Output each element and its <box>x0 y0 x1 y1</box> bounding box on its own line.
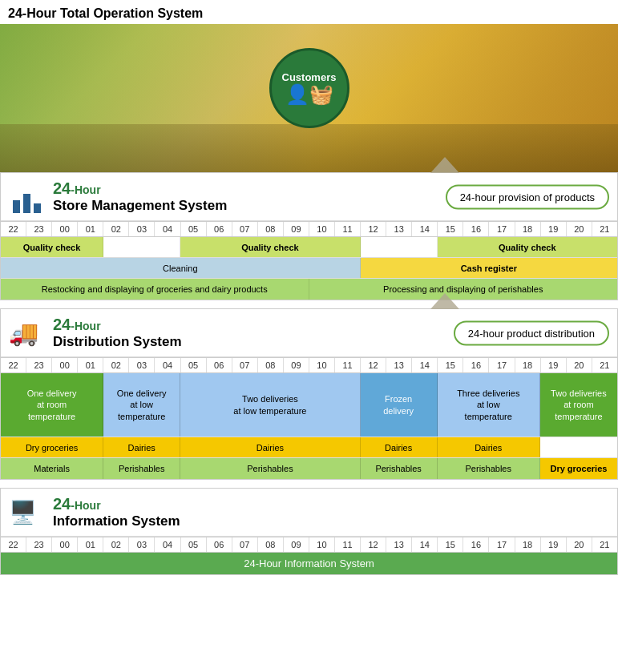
time-02: 02 <box>103 222 129 236</box>
svg-marker-0 <box>430 157 459 173</box>
dist-section-header: 🚚 24-Hour Distribution System 24-hour pr… <box>1 309 617 357</box>
monitor-icon: 🖥️ <box>9 499 45 525</box>
dist-badge-label: 24-hour product distribution <box>468 327 595 339</box>
perishables-4: Perishables <box>438 458 540 479</box>
customers-icon: 👤🧺 <box>285 83 333 106</box>
info-title-wrap: 24-Hour Information System <box>53 495 609 529</box>
time-09: 09 <box>284 222 309 236</box>
dist-badge: 24-hour product distribution <box>454 320 609 345</box>
time-17: 17 <box>489 222 515 236</box>
materials-perishables-row: Materials Perishables Perishables Perish… <box>1 458 617 479</box>
delivery-5: Three deliveries at low temperature <box>438 373 540 437</box>
time-01: 01 <box>78 222 103 236</box>
time-13: 13 <box>386 222 412 236</box>
provision-badge-label: 24-hour provision of products <box>460 191 595 203</box>
time-22: 22 <box>1 222 26 236</box>
delivery-3: Two deliveries at low temperature <box>180 373 360 437</box>
info-section: 🖥️ 24-Hour Information System 22 23 00 0… <box>0 488 618 575</box>
perishables-2: Perishables <box>180 458 360 479</box>
truck-icon: 🚚 <box>9 319 45 347</box>
info-24-label: 24-Hour <box>53 495 609 513</box>
info-time-ruler: 22 23 00 01 02 03 04 05 06 07 08 09 10 1… <box>1 537 617 553</box>
info-subtitle: Information System <box>53 513 609 529</box>
time-10: 10 <box>309 222 335 236</box>
restock-block: Restocking and displaying of groceries a… <box>1 279 309 300</box>
perishables-1: Perishables <box>103 458 180 479</box>
cleaning-cashregister-row: Cleaning Cash register <box>1 258 617 279</box>
time-06: 06 <box>207 222 232 236</box>
dry-groceries-2: Dry groceries <box>540 458 617 479</box>
main-title: 24-Hour Total Operation System <box>0 0 618 24</box>
delivery-6: Two deliveries at room temperature <box>540 373 617 437</box>
store-icon <box>9 181 45 213</box>
time-12: 12 <box>361 222 386 236</box>
time-04: 04 <box>155 222 180 236</box>
store-time-ruler: 22 23 00 01 02 03 04 05 06 07 08 09 10 1… <box>1 221 617 237</box>
delivery-4: Frozen delivery <box>361 373 438 437</box>
gap-2 <box>0 480 618 488</box>
delivery-1: One delivery at room temperature <box>1 373 103 437</box>
store-section-header: 24-Hour Store Management System 24-hour … <box>1 173 617 221</box>
materials-block: Materials <box>1 458 103 479</box>
info-section-header: 🖥️ 24-Hour Information System <box>1 489 617 537</box>
time-03: 03 <box>129 222 155 236</box>
cleaning-block: Cleaning <box>1 258 361 278</box>
customers-label: Customers <box>282 71 337 83</box>
store-section: 24-Hour Store Management System 24-hour … <box>0 172 618 300</box>
delivery-descriptions-row: One delivery at room temperature One del… <box>1 373 617 437</box>
time-11: 11 <box>335 222 361 236</box>
time-07: 07 <box>232 222 258 236</box>
perishables-3: Perishables <box>361 458 438 479</box>
time-08: 08 <box>258 222 284 236</box>
time-14: 14 <box>412 222 438 236</box>
qc-block-1: Quality check <box>1 237 103 257</box>
dry-groceries-1: Dry groceries <box>1 437 103 457</box>
restock-perishables-row: Restocking and displaying of groceries a… <box>1 279 617 300</box>
time-23: 23 <box>26 222 52 236</box>
dairies-2: Dairies <box>180 437 360 457</box>
provision-arrow <box>429 155 461 178</box>
time-00: 00 <box>52 222 78 236</box>
customers-circle: Customers 👤🧺 <box>269 48 349 128</box>
groceries-dairies-row: Dry groceries Dairies Dairies Dairies Da… <box>1 437 617 458</box>
provision-badge: 24-hour provision of products <box>446 184 609 209</box>
dairies-3: Dairies <box>361 437 438 457</box>
time-05: 05 <box>181 222 207 236</box>
qc-gap-2 <box>361 237 438 257</box>
info-system-bar: 24-Hour Information System <box>1 553 617 574</box>
time-20: 20 <box>567 222 592 236</box>
time-18: 18 <box>515 222 541 236</box>
dist-provision-arrow <box>429 292 461 314</box>
qc-gap-1 <box>103 237 180 257</box>
dairies-1: Dairies <box>103 437 180 457</box>
time-16: 16 <box>463 222 489 236</box>
svg-marker-1 <box>430 293 459 309</box>
dairies-4: Dairies <box>438 437 540 457</box>
time-21: 21 <box>592 222 617 236</box>
qc-block-2: Quality check <box>180 237 360 257</box>
gap-1 <box>0 300 618 308</box>
dry-groceries-right <box>540 437 617 457</box>
quality-check-row: Quality check Quality check Quality chec… <box>1 237 617 258</box>
time-19: 19 <box>541 222 567 236</box>
dist-time-ruler: 22 23 00 01 02 03 04 05 06 07 08 09 10 1… <box>1 357 617 373</box>
time-15: 15 <box>438 222 463 236</box>
qc-block-3: Quality check <box>438 237 617 257</box>
cash-register-block: Cash register <box>361 258 617 278</box>
perishables-block: Processing and displaying of perishables <box>309 279 618 300</box>
distribution-section: 🚚 24-Hour Distribution System 24-hour pr… <box>0 308 618 480</box>
hero-image: Customers 👤🧺 <box>0 24 618 172</box>
delivery-2: One delivery at low temperature <box>103 373 180 437</box>
